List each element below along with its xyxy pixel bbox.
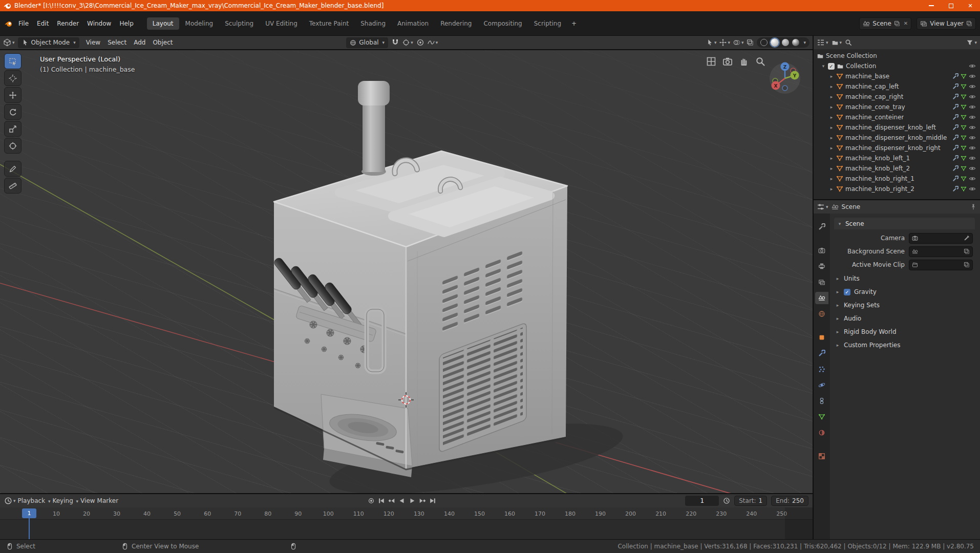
snap-magnet-icon[interactable] xyxy=(391,38,399,47)
collection-row[interactable]: ▾ ✓ Collection xyxy=(816,61,978,71)
outliner-object-row[interactable]: ▸ machine_base xyxy=(816,71,978,81)
tab-object-data[interactable] xyxy=(815,411,828,423)
close-button[interactable]: ✕ xyxy=(961,0,980,11)
maximize-button[interactable] xyxy=(941,0,961,11)
scene-panel-header[interactable]: ▾ Scene xyxy=(834,218,975,229)
workspace-tab[interactable]: Compositing xyxy=(478,17,527,30)
toggle-perspective-icon[interactable] xyxy=(706,56,716,67)
auto-key-icon[interactable] xyxy=(368,497,375,504)
visibility-eye-icon[interactable] xyxy=(969,155,976,162)
workspace-tab[interactable]: Scripting xyxy=(528,17,567,30)
outliner-object-row[interactable]: ▸ machine_cap_left xyxy=(816,81,978,92)
collection-checkbox[interactable]: ✓ xyxy=(828,63,835,70)
timeline-ruler[interactable]: 1020304050607080901001101201301401501601… xyxy=(0,507,813,520)
outliner-object-row[interactable]: ▸ machine_knob_right_2 xyxy=(816,184,978,194)
scene-selector[interactable]: Scene ✕ xyxy=(859,17,911,30)
visibility-eye-icon[interactable] xyxy=(969,175,976,182)
outliner-object-row[interactable]: ▸ machine_cap_right xyxy=(816,92,978,102)
overlays-dropdown[interactable]: ▾ xyxy=(733,39,744,46)
workspace-tab-layout[interactable]: Layout xyxy=(147,17,179,30)
eyedropper-icon[interactable] xyxy=(964,235,970,241)
timeline-track-area[interactable]: 1020304050607080901001101201301401501601… xyxy=(0,507,813,539)
play-reverse-icon[interactable] xyxy=(398,497,406,504)
topbar-menu-item[interactable]: Help xyxy=(115,18,137,29)
tab-material[interactable] xyxy=(815,427,828,439)
visibility-eye-icon[interactable] xyxy=(969,103,976,111)
zoom-view-icon[interactable] xyxy=(755,56,765,67)
visibility-eye-icon[interactable] xyxy=(969,144,976,152)
movie-clip-field[interactable] xyxy=(909,260,973,270)
ice-cream-machine-model[interactable] xyxy=(273,81,567,477)
topbar-menu-item[interactable]: Edit xyxy=(33,18,53,29)
display-mode-dropdown[interactable]: ▾ xyxy=(832,39,842,46)
playback-menu[interactable]: Playback ▾ xyxy=(18,497,51,504)
section-gravity[interactable]: ▸✓Gravity xyxy=(834,286,975,298)
3d-viewport[interactable]: User Perspective (Local) (1) Collection … xyxy=(0,50,813,493)
visibility-eye-icon[interactable] xyxy=(969,185,976,193)
unlink-scene-icon[interactable]: ✕ xyxy=(904,20,908,26)
frame-start-field[interactable]: Start:1 xyxy=(734,496,767,506)
section-rigid-body-world[interactable]: ▸Rigid Body World xyxy=(834,326,975,338)
frame-end-field[interactable]: End:250 xyxy=(771,496,808,506)
blender-menu-icon[interactable] xyxy=(4,19,12,28)
section-custom-properties[interactable]: ▸Custom Properties xyxy=(834,339,975,351)
workspace-tab[interactable]: Texture Paint xyxy=(304,17,354,30)
xray-toggle-icon[interactable] xyxy=(747,39,754,46)
viewport-menu-item[interactable]: Add xyxy=(130,37,149,48)
gravity-checkbox[interactable]: ✓ xyxy=(844,289,850,295)
gizmos-dropdown[interactable]: ▾ xyxy=(719,39,730,46)
tab-constraints[interactable] xyxy=(815,395,828,407)
camera-view-icon[interactable] xyxy=(722,56,733,67)
tool-transform[interactable] xyxy=(4,138,22,154)
prev-keyframe-icon[interactable] xyxy=(388,497,395,504)
shading-rendered-icon[interactable] xyxy=(792,39,799,46)
outliner-object-row[interactable]: ▸ machine_knob_left_2 xyxy=(816,163,978,174)
visibility-eye-icon[interactable] xyxy=(969,134,976,141)
visibility-eye-icon[interactable] xyxy=(969,124,976,131)
tab-output[interactable] xyxy=(815,260,828,272)
outliner-object-row[interactable]: ▸ machine_cone_tray xyxy=(816,102,978,112)
viewport-menu-item[interactable]: Select xyxy=(104,37,130,48)
workspace-tab[interactable]: Shading xyxy=(355,17,391,30)
minimize-button[interactable] xyxy=(922,0,941,11)
orientation-dropdown[interactable]: Global ▾ xyxy=(346,37,388,48)
collection-visibility-icon[interactable] xyxy=(969,62,976,70)
shading-material-icon[interactable] xyxy=(782,39,789,46)
tool-measure[interactable] xyxy=(4,178,22,194)
topbar-menu-item[interactable]: Render xyxy=(53,18,83,29)
outliner-object-row[interactable]: ▸ machine_dispenser_knob_middle xyxy=(816,133,978,143)
filter-dropdown[interactable]: ▾ xyxy=(966,39,977,46)
window-title-bar[interactable]: Blender* [I:\!!!!conv_3\28\Commercial_Ic… xyxy=(0,0,980,11)
falloff-dropdown[interactable]: ▾ xyxy=(428,39,438,46)
new-scene-icon[interactable] xyxy=(894,20,900,27)
view-layer-selector[interactable]: View Layer xyxy=(917,17,976,30)
tab-object[interactable] xyxy=(815,331,828,344)
section-units[interactable]: ▸Units xyxy=(834,272,975,285)
background-scene-field[interactable] xyxy=(909,246,973,257)
shading-solid-icon[interactable] xyxy=(771,38,779,47)
tab-particles[interactable] xyxy=(815,363,828,375)
new-background-icon[interactable] xyxy=(964,248,970,254)
workspace-tab[interactable]: Animation xyxy=(392,17,434,30)
tab-texture[interactable] xyxy=(815,450,828,462)
topbar-menu-item[interactable]: File xyxy=(14,18,33,29)
editor-type-button[interactable]: ▾ xyxy=(3,38,15,47)
outliner-editor-type-button[interactable]: ▾ xyxy=(817,38,828,47)
topbar-menu-item[interactable]: Window xyxy=(83,18,115,29)
scene-collection-row[interactable]: Scene Collection xyxy=(816,51,978,61)
proportional-editing-icon[interactable] xyxy=(416,38,424,47)
tab-physics[interactable] xyxy=(815,379,828,391)
visibility-dropdown[interactable]: ▾ xyxy=(706,39,717,46)
viewport-menu-item[interactable]: Object xyxy=(149,37,176,48)
jump-to-end-icon[interactable] xyxy=(429,497,436,504)
pan-view-icon[interactable] xyxy=(739,56,749,67)
view-menu[interactable]: View xyxy=(80,497,95,504)
visibility-eye-icon[interactable] xyxy=(969,93,976,100)
outliner-object-row[interactable]: ▸ machine_knob_left_1 xyxy=(816,153,978,163)
section-keying-sets[interactable]: ▸Keying Sets xyxy=(834,299,975,311)
workspace-tab[interactable]: UV Editing xyxy=(260,17,303,30)
outliner-object-row[interactable]: ▸ machine_knob_right_1 xyxy=(816,174,978,184)
keying-menu[interactable]: Keying ▾ xyxy=(52,497,78,504)
navigation-gizmo[interactable]: Z Y X xyxy=(769,61,801,94)
tab-tool[interactable] xyxy=(815,221,828,233)
